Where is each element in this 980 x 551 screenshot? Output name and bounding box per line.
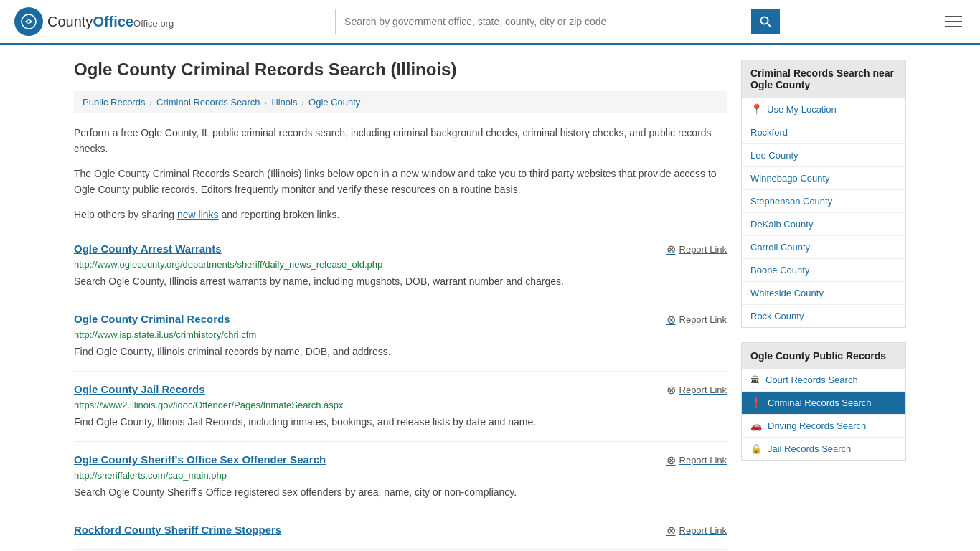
court-icon: 🏛	[750, 375, 760, 385]
result-title-link[interactable]: Ogle County Arrest Warrants	[74, 242, 222, 255]
result-desc: Search Ogle County, Illinois arrest warr…	[74, 274, 727, 289]
main-container: Ogle County Criminal Records Search (Ill…	[60, 45, 920, 551]
breadcrumb-link-criminal-records[interactable]: Criminal Records Search	[156, 97, 260, 108]
sidebar-item-jail-records[interactable]: 🔒 Jail Records Search	[742, 438, 905, 460]
logo-area: CountyOfficeOffice.org	[14, 7, 174, 36]
report-link[interactable]: ⊗ Report Link	[666, 313, 727, 326]
breadcrumb-link-illinois[interactable]: Illinois	[271, 97, 297, 108]
result-title-row: Ogle County Sheriff's Office Sex Offende…	[74, 453, 727, 467]
report-link[interactable]: ⊗ Report Link	[666, 383, 727, 397]
sidebar-item-boone-county[interactable]: Boone County	[742, 259, 905, 282]
report-link[interactable]: ⊗ Report Link	[666, 524, 727, 537]
driving-icon: 🚗	[750, 420, 762, 431]
breadcrumb-separator: ›	[149, 98, 152, 107]
result-desc: Search Ogle County Sheriff's Office regi…	[74, 485, 727, 500]
sidebar-item-driving-records[interactable]: 🚗 Driving Records Search	[742, 415, 905, 438]
hamburger-menu-button[interactable]	[941, 12, 966, 31]
result-desc: Find Ogle County, Illinois Jail Records,…	[74, 415, 727, 430]
jail-icon: 🔒	[750, 443, 762, 454]
report-link[interactable]: ⊗ Report Link	[666, 453, 727, 467]
result-title-row: Ogle County Arrest Warrants ⊗ Report Lin…	[74, 242, 727, 256]
result-url: https://www2.illinois.gov/idoc/Offender/…	[74, 400, 727, 410]
sidebar: Criminal Records Search near Ogle County…	[741, 60, 906, 550]
sidebar-nearby-header: Criminal Records Search near Ogle County	[742, 60, 905, 98]
result-url: http://www.isp.state.il.us/crimhistory/c…	[74, 329, 727, 340]
result-title-link[interactable]: Ogle County Sheriff's Office Sex Offende…	[74, 453, 326, 466]
description-para2: The Ogle County Criminal Records Search …	[74, 166, 727, 198]
description-para1: Perform a free Ogle County, IL public cr…	[74, 125, 727, 157]
sidebar-item-dekalb-county[interactable]: DeKalb County	[742, 213, 905, 236]
results-list: Ogle County Arrest Warrants ⊗ Report Lin…	[74, 231, 727, 550]
result-title-row: Rockford County Sheriff Crime Stoppers ⊗…	[74, 524, 727, 537]
svg-point-1	[27, 20, 30, 23]
logo-icon	[14, 7, 43, 36]
result-url: http://sheriffalerts.com/cap_main.php	[74, 470, 727, 481]
report-icon: ⊗	[666, 524, 676, 537]
report-icon: ⊗	[666, 313, 676, 326]
sidebar-public-records-section: Ogle County Public Records 🏛 Court Recor…	[741, 342, 906, 461]
page-title: Ogle County Criminal Records Search (Ill…	[74, 60, 727, 80]
search-icon	[760, 16, 771, 27]
criminal-icon: ❗	[750, 397, 762, 408]
use-my-location-link[interactable]: Use My Location	[767, 104, 837, 115]
sidebar-item-rock-county[interactable]: Rock County	[742, 305, 905, 327]
result-title-link[interactable]: Rockford County Sheriff Crime Stoppers	[74, 524, 281, 536]
description-para3: Help others by sharing new links and rep…	[74, 207, 727, 222]
result-item: Ogle County Criminal Records ⊗ Report Li…	[74, 301, 727, 372]
location-pin-icon: 📍	[750, 103, 763, 115]
new-links-link[interactable]: new links	[177, 209, 219, 220]
menu-line	[945, 16, 962, 17]
breadcrumb-link-ogle-county[interactable]: Ogle County	[308, 97, 360, 108]
report-icon: ⊗	[666, 242, 676, 256]
breadcrumb: Public Records › Criminal Records Search…	[74, 91, 727, 113]
sidebar-item-criminal-records[interactable]: ❗ Criminal Records Search	[742, 392, 905, 415]
sidebar-item-whiteside-county[interactable]: Whiteside County	[742, 282, 905, 305]
sidebar-use-location: 📍 Use My Location	[742, 98, 905, 121]
result-title-row: Ogle County Criminal Records ⊗ Report Li…	[74, 313, 727, 326]
sidebar-nearby-section: Criminal Records Search near Ogle County…	[741, 60, 906, 328]
result-item: Rockford County Sheriff Crime Stoppers ⊗…	[74, 512, 727, 550]
breadcrumb-separator: ›	[265, 98, 268, 107]
result-item: Ogle County Sheriff's Office Sex Offende…	[74, 442, 727, 512]
site-header: CountyOfficeOffice.org	[0, 0, 980, 45]
result-title-link[interactable]: Ogle County Jail Records	[74, 383, 205, 395]
menu-line	[945, 26, 962, 27]
search-input[interactable]	[335, 9, 751, 34]
menu-line	[945, 21, 962, 22]
sidebar-item-stephenson-county[interactable]: Stephenson County	[742, 190, 905, 213]
result-title-row: Ogle County Jail Records ⊗ Report Link	[74, 383, 727, 397]
sidebar-item-lee-county[interactable]: Lee County	[742, 144, 905, 167]
sidebar-item-rockford[interactable]: Rockford	[742, 121, 905, 144]
result-url: http://www.oglecounty.org/departments/sh…	[74, 259, 727, 270]
breadcrumb-link-public-records[interactable]: Public Records	[83, 97, 145, 108]
search-area	[335, 9, 780, 34]
result-item: Ogle County Arrest Warrants ⊗ Report Lin…	[74, 231, 727, 301]
report-icon: ⊗	[666, 453, 676, 467]
svg-point-2	[761, 17, 768, 24]
sidebar-item-winnebago-county[interactable]: Winnebago County	[742, 167, 905, 190]
report-icon: ⊗	[666, 383, 676, 397]
sidebar-item-carroll-county[interactable]: Carroll County	[742, 236, 905, 259]
svg-line-3	[768, 24, 771, 27]
content-area: Ogle County Criminal Records Search (Ill…	[74, 60, 727, 550]
result-desc: Find Ogle County, Illinois criminal reco…	[74, 344, 727, 359]
report-link[interactable]: ⊗ Report Link	[666, 242, 727, 256]
logo-text: CountyOfficeOffice.org	[47, 14, 174, 30]
result-item: Ogle County Jail Records ⊗ Report Link h…	[74, 372, 727, 442]
result-title-link[interactable]: Ogle County Criminal Records	[74, 313, 230, 325]
sidebar-item-court-records[interactable]: 🏛 Court Records Search	[742, 369, 905, 392]
search-button[interactable]	[751, 9, 780, 34]
sidebar-public-records-header: Ogle County Public Records	[742, 343, 905, 369]
breadcrumb-separator: ›	[301, 98, 304, 107]
